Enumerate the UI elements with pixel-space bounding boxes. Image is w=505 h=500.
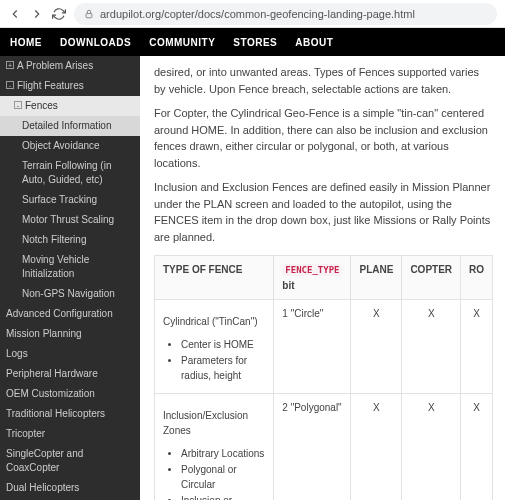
th-rover: RO: [461, 256, 493, 300]
cell: X: [351, 393, 402, 500]
cell: X: [402, 299, 461, 393]
th-type: TYPE OF FENCE: [155, 256, 274, 300]
url-bar[interactable]: ardupilot.org/copter/docs/common-geofenc…: [74, 3, 497, 25]
expand-icon[interactable]: +: [6, 61, 14, 69]
sidebar-label: Flight Features: [17, 79, 84, 93]
list-item: Arbitrary Locations: [181, 446, 265, 461]
sidebar-item[interactable]: Non-GPS Navigation: [0, 284, 140, 304]
paragraph: Inclusion and Exclusion Fences are defin…: [154, 179, 491, 245]
table-row: Cylindrical ("TinCan")Center is HOMEPara…: [155, 299, 493, 393]
sidebar-item[interactable]: -Flight Features: [0, 76, 140, 96]
list-item: Inclusion or Exclusion: [181, 493, 265, 501]
fence-table: TYPE OF FENCE FENCE_TYPE bit PLANE COPTE…: [154, 255, 493, 500]
sidebar[interactable]: +A Problem Arises-Flight Features-Fences…: [0, 56, 140, 500]
nav-community[interactable]: COMMUNITY: [149, 37, 215, 48]
table-row: Inclusion/Exclusion ZonesArbitrary Locat…: [155, 393, 493, 500]
sidebar-item[interactable]: SingleCopter and CoaxCopter: [0, 444, 140, 478]
sidebar-item[interactable]: +A Problem Arises: [0, 56, 140, 76]
sidebar-item[interactable]: Logs: [0, 344, 140, 364]
cell: X: [402, 393, 461, 500]
sidebar-item[interactable]: Object Avoidance: [0, 136, 140, 156]
sidebar-item[interactable]: Motor Thrust Scaling: [0, 210, 140, 230]
lock-icon: [84, 9, 94, 19]
list-item: Center is HOME: [181, 337, 265, 352]
sidebar-label: Fences: [25, 99, 58, 113]
sidebar-item[interactable]: Advanced Configuration: [0, 304, 140, 324]
list-item: Polygonal or Circular: [181, 462, 265, 492]
sidebar-item[interactable]: -Fences: [0, 96, 140, 116]
sidebar-item[interactable]: Tricopter: [0, 424, 140, 444]
sidebar-item[interactable]: Traditional Helicopters: [0, 404, 140, 424]
sidebar-label: Dual Helicopters: [6, 481, 79, 495]
sidebar-item[interactable]: Moving Vehicle Initialization: [0, 250, 140, 284]
th-plane: PLANE: [351, 256, 402, 300]
sidebar-label: OEM Customization: [6, 387, 95, 401]
svg-rect-0: [86, 13, 92, 17]
paragraph: For Copter, the Cylindrical Geo-Fence is…: [154, 105, 491, 171]
nav-about[interactable]: ABOUT: [295, 37, 333, 48]
sidebar-label: Detailed Information: [22, 119, 112, 133]
sidebar-label: Logs: [6, 347, 28, 361]
sidebar-label: Surface Tracking: [22, 193, 97, 207]
sidebar-label: A Problem Arises: [17, 59, 93, 73]
sidebar-item[interactable]: Mission Planning: [0, 324, 140, 344]
forward-icon[interactable]: [30, 7, 44, 21]
sidebar-label: Tricopter: [6, 427, 45, 441]
fence-title: Inclusion/Exclusion Zones: [163, 408, 265, 438]
sidebar-label: Mission Planning: [6, 327, 82, 341]
sidebar-label: Moving Vehicle Initialization: [22, 253, 134, 281]
cell: X: [461, 393, 493, 500]
sidebar-label: Motor Thrust Scaling: [22, 213, 114, 227]
cell: 2 "Polygonal": [274, 393, 351, 500]
sidebar-item[interactable]: OEM Customization: [0, 384, 140, 404]
cell: X: [461, 299, 493, 393]
url-text: ardupilot.org/copter/docs/common-geofenc…: [100, 8, 415, 20]
sidebar-item[interactable]: Detailed Information: [0, 116, 140, 136]
sidebar-item[interactable]: Dual Helicopters: [0, 478, 140, 498]
expand-icon[interactable]: -: [14, 101, 22, 109]
nav-stores[interactable]: STORES: [233, 37, 277, 48]
cell: 1 "Circle": [274, 299, 351, 393]
sidebar-label: Peripheral Hardware: [6, 367, 98, 381]
expand-icon[interactable]: -: [6, 81, 14, 89]
nav-home[interactable]: HOME: [10, 37, 42, 48]
sidebar-item[interactable]: Notch Filtering: [0, 230, 140, 250]
back-icon[interactable]: [8, 7, 22, 21]
browser-toolbar: ardupilot.org/copter/docs/common-geofenc…: [0, 0, 505, 28]
sidebar-item[interactable]: Peripheral Hardware: [0, 364, 140, 384]
main-content[interactable]: desired, or into unwanted areas. Types o…: [140, 56, 505, 500]
sidebar-label: Terrain Following (in Auto, Guided, etc): [22, 159, 134, 187]
sidebar-label: Non-GPS Navigation: [22, 287, 115, 301]
list-item: Parameters for radius, height: [181, 353, 265, 383]
sidebar-label: Notch Filtering: [22, 233, 86, 247]
th-bit: FENCE_TYPE bit: [274, 256, 351, 300]
sidebar-label: SingleCopter and CoaxCopter: [6, 447, 134, 475]
sidebar-label: Traditional Helicopters: [6, 407, 105, 421]
sidebar-item[interactable]: Surface Tracking: [0, 190, 140, 210]
cell: X: [351, 299, 402, 393]
top-nav: HOME DOWNLOADS COMMUNITY STORES ABOUT: [0, 28, 505, 56]
nav-downloads[interactable]: DOWNLOADS: [60, 37, 131, 48]
fence-title: Cylindrical ("TinCan"): [163, 314, 265, 329]
reload-icon[interactable]: [52, 7, 66, 21]
paragraph: desired, or into unwanted areas. Types o…: [154, 64, 491, 97]
sidebar-item[interactable]: Terrain Following (in Auto, Guided, etc): [0, 156, 140, 190]
sidebar-label: Object Avoidance: [22, 139, 100, 153]
sidebar-label: Advanced Configuration: [6, 307, 113, 321]
th-copter: COPTER: [402, 256, 461, 300]
